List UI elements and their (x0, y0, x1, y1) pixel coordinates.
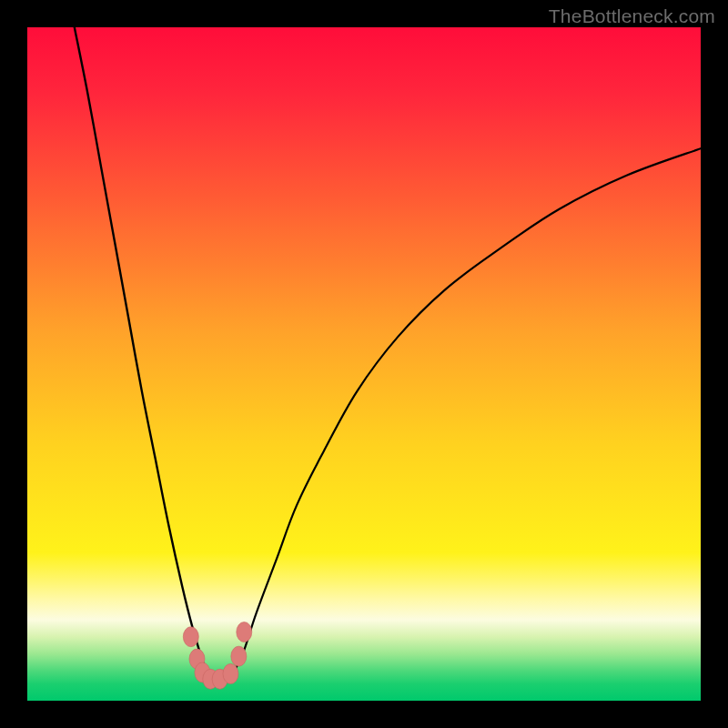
marker-cluster (183, 622, 251, 690)
curve-layer (27, 27, 701, 701)
marker-dot (223, 663, 238, 683)
curve-right (229, 148, 701, 681)
plot-area (27, 27, 701, 701)
marker-dot (183, 627, 198, 647)
marker-dot (231, 646, 247, 666)
marker-dot (237, 622, 252, 642)
watermark-text: TheBottleneck.com (549, 5, 715, 27)
curve-left (75, 27, 209, 681)
chart-frame: TheBottleneck.com (0, 0, 728, 728)
